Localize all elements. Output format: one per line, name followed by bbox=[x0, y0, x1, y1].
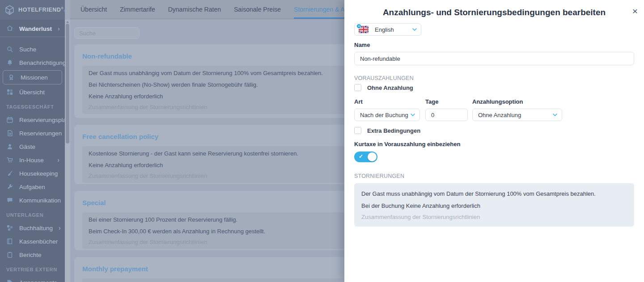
sidebar-item-suche[interactable]: Suche bbox=[0, 42, 65, 56]
tab-dynamische-raten[interactable]: Dynamische Raten bbox=[168, 0, 221, 19]
tab-saisonale-preise[interactable]: Saisonale Preise bbox=[234, 0, 281, 19]
wrench-icon bbox=[6, 183, 13, 190]
sidebar-item-aufgaben[interactable]: Aufgaben bbox=[0, 180, 65, 194]
person-icon bbox=[6, 143, 13, 150]
anzahlungsoption-label: Anzahlungsoption bbox=[472, 98, 562, 105]
svg-text:F: F bbox=[10, 11, 12, 14]
anzahlungsoption-select[interactable]: Ohne Anzahlung bbox=[472, 109, 562, 121]
scrollbar-up-arrow-icon[interactable] bbox=[66, 21, 69, 23]
clipboard-icon bbox=[6, 251, 13, 258]
kurtaxe-toggle-on[interactable]: ✓ bbox=[354, 152, 377, 162]
sidebar-item-label: Suche bbox=[19, 46, 36, 53]
bell-icon bbox=[6, 59, 13, 66]
sidebar-item-label: Benachrichtigungen bbox=[19, 59, 65, 66]
sidebar-item-missionen[interactable]: Missionen bbox=[3, 70, 62, 84]
edit-policy-modal: × Anzahlungs- und Stornierungsbedingunge… bbox=[344, 0, 644, 282]
kurtaxe-label: Kurtaxe in Vorauszahlung einbeziehen bbox=[354, 141, 634, 147]
name-label: Name bbox=[354, 42, 634, 48]
broom-icon bbox=[6, 170, 13, 177]
extra-conditions-checkbox-row[interactable]: Extra Bedingungen bbox=[354, 127, 634, 134]
chevron-right-icon: › bbox=[57, 156, 59, 164]
anzahlungsoption-select-value: Ohne Anzahlung bbox=[478, 112, 521, 118]
blocks-icon bbox=[6, 224, 13, 231]
dashboard-grid-icon bbox=[6, 88, 13, 96]
sidebar-item-kassenbuecher[interactable]: Kassenbücher bbox=[0, 235, 65, 248]
sidebar-item-label: Reservierungen bbox=[19, 130, 62, 137]
no-deposit-label: Ohne Anzahlung bbox=[367, 84, 413, 91]
sidebar-section-vertrieb-extern: VERTRIEB EXTERN bbox=[0, 262, 65, 276]
prepayment-fields-row: Art Nach der Buchung Tage Anzahlungsopti… bbox=[354, 98, 634, 121]
tag-icon bbox=[6, 279, 13, 282]
close-icon[interactable]: × bbox=[632, 6, 638, 16]
chat-icon bbox=[6, 197, 13, 204]
sidebar-item-label: In-House bbox=[19, 157, 44, 164]
checkbox-unchecked-icon[interactable] bbox=[354, 127, 361, 134]
sidebar-section-unterlagen: UNTERLAGEN bbox=[0, 208, 65, 221]
sidebar-item-benachrichtigungen[interactable]: Benachrichtigungen bbox=[0, 56, 65, 69]
chevron-right-icon: › bbox=[58, 25, 60, 32]
art-select-value: Nach der Buchung bbox=[360, 112, 408, 118]
svg-text:H: H bbox=[8, 10, 9, 13]
cancellation-line: Bei der Buchung Keine Anzahlung erforder… bbox=[361, 200, 627, 212]
language-selected-value: English bbox=[375, 26, 394, 33]
sidebar: H F HOTELFRIEND® « Wanderlust › Suche Be… bbox=[0, 0, 65, 282]
sidebar-item-label: Kassenbücher bbox=[19, 238, 58, 245]
check-icon: ✓ bbox=[359, 153, 363, 160]
sidebar-scrollbar-thumb[interactable] bbox=[66, 24, 69, 143]
tab-zimmertarife[interactable]: Zimmertarife bbox=[120, 0, 155, 19]
sidebar-item-label: Aufgaben bbox=[19, 184, 45, 190]
cancellation-summary-card: Der Gast muss unabhängig vom Datum der S… bbox=[354, 183, 634, 227]
no-deposit-checkbox-row[interactable]: Ohne Anzahlung bbox=[354, 84, 634, 91]
chevron-right-icon: › bbox=[59, 224, 61, 231]
tage-input[interactable] bbox=[425, 109, 468, 121]
hotelfriend-cube-logo-icon: H F bbox=[4, 4, 15, 16]
sidebar-item-label: Housekeeping bbox=[19, 170, 58, 177]
sidebar-item-reservierungen[interactable]: Reservierungen bbox=[0, 126, 65, 140]
chevron-down-icon bbox=[553, 114, 557, 116]
search-icon bbox=[6, 46, 13, 53]
uk-flag-icon: + bbox=[359, 26, 369, 33]
sidebar-item-label: Gäste bbox=[19, 143, 35, 150]
prepayments-section-header: VORAUSZAHLUNGEN bbox=[354, 75, 634, 81]
sidebar-divider bbox=[0, 37, 65, 37]
sidebar-item-label: Reservierungsplan bbox=[19, 117, 65, 123]
sidebar-item-label: Berichte bbox=[19, 252, 42, 258]
tab-uebersicht[interactable]: Übersicht bbox=[80, 0, 107, 19]
search-input[interactable] bbox=[74, 27, 140, 39]
modal-title: Anzahlungs- und Stornierungsbedingungen … bbox=[344, 8, 644, 17]
sidebar-item-uebersicht[interactable]: Übersicht bbox=[0, 85, 65, 99]
art-select[interactable]: Nach der Buchung bbox=[354, 109, 420, 121]
extra-conditions-label: Extra Bedingungen bbox=[367, 127, 420, 134]
sidebar-item-hotel-wanderlust[interactable]: Wanderlust › bbox=[0, 21, 65, 36]
hotel-label: Wanderlust bbox=[19, 25, 52, 32]
art-label: Art bbox=[354, 98, 420, 105]
sidebar-item-gaeste[interactable]: Gäste bbox=[0, 140, 65, 153]
sidebar-item-arrangements[interactable]: Arrangements bbox=[0, 276, 65, 282]
sidebar-item-berichte[interactable]: Berichte bbox=[0, 248, 65, 261]
sidebar-item-kommunikation[interactable]: Kommunikation › bbox=[0, 194, 65, 207]
sidebar-item-label: Kommunikation bbox=[19, 197, 61, 204]
book-icon bbox=[6, 238, 13, 245]
logo-text: HOTELFRIEND® bbox=[18, 7, 64, 13]
chevron-down-icon bbox=[412, 28, 417, 31]
name-input[interactable] bbox=[354, 52, 634, 65]
language-select[interactable]: + English bbox=[354, 23, 421, 36]
home-icon bbox=[6, 25, 13, 33]
sidebar-item-housekeeping[interactable]: Housekeeping bbox=[0, 167, 65, 180]
sidebar-item-label: Arrangements bbox=[19, 279, 57, 282]
modal-body: + English Name VORAUSZAHLUNGEN Ohne Anza… bbox=[344, 23, 644, 227]
sidebar-item-buchhaltung[interactable]: Buchhaltung › bbox=[0, 221, 65, 235]
logo-band: H F HOTELFRIEND® « bbox=[0, 0, 65, 20]
sidebar-item-reservierungsplan[interactable]: Reservierungsplan bbox=[0, 113, 65, 126]
cancellation-summary-line: Zusammenfassung der Stornierungsrichtlin… bbox=[361, 212, 627, 222]
cancellation-line: Der Gast muss unabhängig vom Datum der S… bbox=[361, 188, 627, 200]
sidebar-scrollbar-track bbox=[65, 20, 70, 282]
sidebar-item-in-house[interactable]: In-House › bbox=[0, 153, 65, 167]
calendar-icon bbox=[6, 116, 13, 123]
checkbox-unchecked-icon[interactable] bbox=[354, 84, 361, 91]
document-icon bbox=[6, 130, 13, 137]
app-root: H F HOTELFRIEND® « Wanderlust › Suche Be… bbox=[0, 0, 644, 282]
cancellations-section-header: STORNIERUNGEN bbox=[354, 173, 634, 179]
sidebar-item-label: Übersicht bbox=[19, 89, 45, 96]
sidebar-collapse-icon[interactable]: « bbox=[64, 6, 65, 14]
